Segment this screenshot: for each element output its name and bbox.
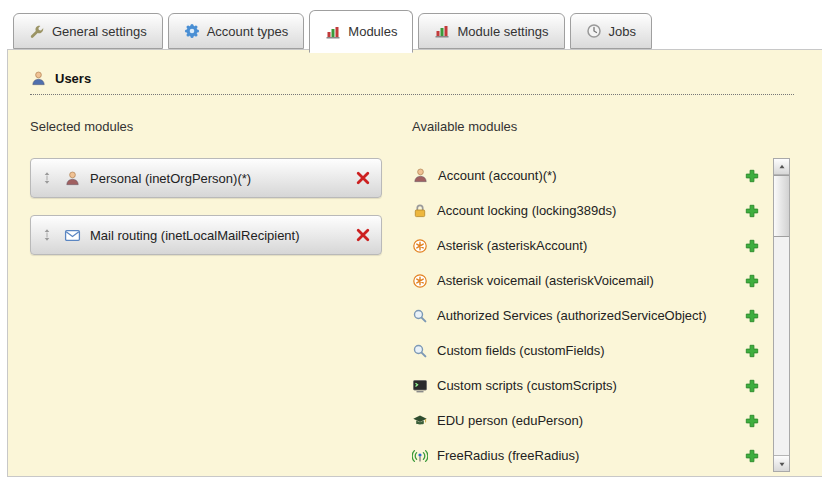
tab-label: Jobs <box>609 24 636 39</box>
add-module-icon[interactable] <box>744 168 760 184</box>
clock-icon <box>586 23 602 39</box>
scroll-down-button[interactable] <box>774 455 789 471</box>
add-module-icon[interactable] <box>744 308 760 324</box>
add-module-icon[interactable] <box>744 448 760 464</box>
available-module-authorized-services: Authorized Services (authorizedServiceOb… <box>412 298 760 333</box>
available-module-account-locking: Account locking (locking389ds) <box>412 193 760 228</box>
users-section-header: Users <box>30 70 794 95</box>
available-module-custom-fields: Custom fields (customFields) <box>412 333 760 368</box>
available-module-label: Account (account)(*) <box>438 168 557 183</box>
available-module-asterisk-voicemail: Asterisk voicemail (asteriskVoicemail) <box>412 263 760 298</box>
selected-module-label: Mail routing (inetLocalMailRecipient) <box>90 228 300 243</box>
rosette-gear-icon <box>184 23 200 39</box>
section-title: Users <box>55 71 91 86</box>
remove-module-icon[interactable] <box>355 170 371 186</box>
selected-modules-title: Selected modules <box>30 119 382 134</box>
drag-handle-icon[interactable] <box>39 227 55 243</box>
add-module-icon[interactable] <box>744 343 760 359</box>
tab-account-types[interactable]: Account types <box>168 13 305 49</box>
asterisk-icon <box>412 238 428 254</box>
mail-icon <box>64 227 81 244</box>
bar-chart-icon <box>434 23 450 39</box>
add-module-icon[interactable] <box>744 238 760 254</box>
available-modules-column: Available modules Account (account)(*) A… <box>412 119 760 473</box>
available-module-label: Custom scripts (customScripts) <box>437 378 617 393</box>
modules-tab-panel: Users Selected modules Personal (inetOrg… <box>7 49 822 477</box>
graduation-cap-icon <box>412 413 428 429</box>
available-module-label: FreeRadius (freeRadius) <box>437 448 579 463</box>
drag-handle-icon[interactable] <box>39 170 55 186</box>
bar-chart-icon <box>325 24 341 40</box>
available-module-label: EDU person (eduPerson) <box>437 413 583 428</box>
available-module-label: Account locking (locking389ds) <box>437 203 616 218</box>
tab-modules[interactable]: Modules <box>309 10 413 53</box>
available-module-label: Asterisk (asteriskAccount) <box>437 238 587 253</box>
lock-icon <box>412 203 428 219</box>
tab-jobs[interactable]: Jobs <box>570 13 652 49</box>
tab-label: Modules <box>348 24 397 39</box>
person-icon <box>64 170 81 187</box>
add-module-icon[interactable] <box>744 378 760 394</box>
terminal-icon <box>412 378 428 394</box>
scroll-up-icon <box>777 162 787 172</box>
user-icon <box>30 70 47 87</box>
asterisk-icon <box>412 273 428 289</box>
magnifier-icon <box>412 343 428 359</box>
available-modules-title: Available modules <box>412 119 760 134</box>
selected-modules-column: Selected modules Personal (inetOrgPerson… <box>30 119 382 473</box>
tab-general-settings[interactable]: General settings <box>13 13 163 49</box>
available-module-custom-scripts: Custom scripts (customScripts) <box>412 368 760 403</box>
scroll-up-button[interactable] <box>774 159 789 175</box>
available-modules-scrollbar[interactable] <box>773 158 790 472</box>
radio-waves-icon <box>412 448 428 464</box>
magnifier-icon <box>412 308 428 324</box>
tab-label: Account types <box>207 24 289 39</box>
available-module-asterisk: Asterisk (asteriskAccount) <box>412 228 760 263</box>
remove-module-icon[interactable] <box>355 227 371 243</box>
available-module-freeradius: FreeRadius (freeRadius) <box>412 438 760 473</box>
add-module-icon[interactable] <box>744 203 760 219</box>
person-icon <box>412 167 429 184</box>
module-columns: Selected modules Personal (inetOrgPerson… <box>30 119 822 473</box>
scroll-down-icon <box>777 459 787 469</box>
tab-module-settings[interactable]: Module settings <box>418 13 564 49</box>
wrench-icon <box>29 23 45 39</box>
available-module-edu-person: EDU person (eduPerson) <box>412 403 760 438</box>
tab-label: General settings <box>52 24 147 39</box>
selected-module-mail-routing[interactable]: Mail routing (inetLocalMailRecipient) <box>30 215 382 255</box>
available-module-label: Authorized Services (authorizedServiceOb… <box>437 308 707 323</box>
tab-bar: General settings Account types Modules M… <box>0 0 822 49</box>
add-module-icon[interactable] <box>744 413 760 429</box>
add-module-icon[interactable] <box>744 273 760 289</box>
available-module-account: Account (account)(*) <box>412 158 760 193</box>
selected-module-personal[interactable]: Personal (inetOrgPerson)(*) <box>30 158 382 198</box>
available-module-label: Asterisk voicemail (asteriskVoicemail) <box>437 273 654 288</box>
selected-module-label: Personal (inetOrgPerson)(*) <box>90 171 251 186</box>
tab-label: Module settings <box>457 24 548 39</box>
scrollbar-thumb[interactable] <box>774 175 789 237</box>
available-module-label: Custom fields (customFields) <box>437 343 605 358</box>
